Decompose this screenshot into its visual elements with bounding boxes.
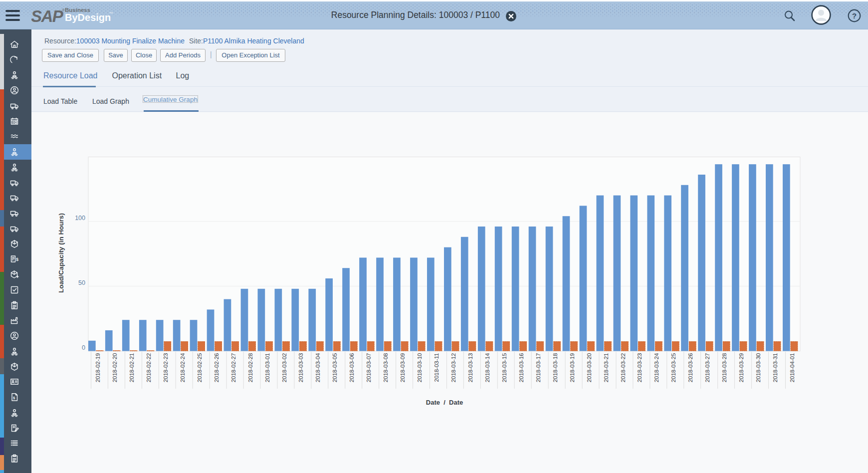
svg-text:100: 100 bbox=[75, 215, 85, 222]
svg-text:2018-02-27: 2018-02-27 bbox=[230, 353, 236, 383]
svg-text:2018-03-24: 2018-03-24 bbox=[653, 353, 659, 382]
svg-text:2018-03-04: 2018-03-04 bbox=[315, 353, 321, 382]
svg-text:2018-02-26: 2018-02-26 bbox=[214, 353, 219, 383]
svg-text:2018-03-06: 2018-03-06 bbox=[349, 353, 355, 383]
svg-text:2018-02-22: 2018-02-22 bbox=[146, 353, 152, 383]
svg-text:2018-03-11: 2018-03-11 bbox=[434, 353, 439, 382]
svg-text:2018-04-01: 2018-04-01 bbox=[789, 353, 795, 383]
svg-text:2018-02-20: 2018-02-20 bbox=[112, 353, 118, 383]
svg-text:2018-02-28: 2018-02-28 bbox=[247, 353, 253, 383]
svg-text:2018-03-21: 2018-03-21 bbox=[603, 353, 609, 383]
svg-text:2018-02-21: 2018-02-21 bbox=[129, 353, 135, 383]
svg-text:2018-03-18: 2018-03-18 bbox=[552, 353, 558, 383]
svg-text:2018-03-03: 2018-03-03 bbox=[298, 353, 304, 383]
svg-text:2018-02-23: 2018-02-23 bbox=[163, 353, 169, 383]
svg-text:2018-03-14: 2018-03-14 bbox=[484, 353, 490, 382]
svg-text:2018-03-09: 2018-03-09 bbox=[400, 353, 406, 383]
svg-text:2018-03-02: 2018-03-02 bbox=[281, 353, 287, 383]
svg-text:2018-03-31: 2018-03-31 bbox=[772, 353, 778, 383]
svg-text:2018-03-19: 2018-03-19 bbox=[569, 353, 575, 383]
svg-text:2018-03-25: 2018-03-25 bbox=[670, 353, 676, 383]
svg-text:2018-03-10: 2018-03-10 bbox=[417, 353, 423, 383]
svg-text:50: 50 bbox=[78, 279, 85, 286]
svg-text:2018-03-12: 2018-03-12 bbox=[450, 353, 456, 383]
svg-text:Date / Date: Date / Date bbox=[426, 399, 463, 406]
svg-text:2018-03-15: 2018-03-15 bbox=[501, 353, 507, 383]
svg-text:2018-03-20: 2018-03-20 bbox=[586, 353, 592, 383]
svg-text:2018-03-22: 2018-03-22 bbox=[620, 353, 626, 383]
svg-text:2018-02-19: 2018-02-19 bbox=[95, 353, 101, 383]
svg-text:2018-03-08: 2018-03-08 bbox=[383, 353, 389, 383]
svg-text:0: 0 bbox=[82, 344, 85, 351]
svg-text:2018-03-07: 2018-03-07 bbox=[366, 353, 372, 383]
svg-text:2018-03-30: 2018-03-30 bbox=[755, 353, 761, 383]
svg-text:2018-03-26: 2018-03-26 bbox=[687, 353, 693, 383]
svg-text:2018-03-05: 2018-03-05 bbox=[332, 353, 338, 383]
svg-text:2018-03-27: 2018-03-27 bbox=[704, 353, 710, 383]
svg-text:Load/Capacity (in Hours): Load/Capacity (in Hours) bbox=[57, 213, 65, 293]
svg-text:2018-03-13: 2018-03-13 bbox=[467, 353, 473, 383]
svg-text:2018-02-25: 2018-02-25 bbox=[197, 353, 203, 383]
svg-text:2018-03-01: 2018-03-01 bbox=[264, 353, 270, 383]
svg-text:2018-03-28: 2018-03-28 bbox=[721, 353, 727, 383]
svg-text:2018-02-24: 2018-02-24 bbox=[180, 353, 186, 382]
svg-text:2018-03-17: 2018-03-17 bbox=[535, 353, 541, 383]
svg-text:2018-03-29: 2018-03-29 bbox=[738, 353, 744, 383]
svg-text:2018-03-16: 2018-03-16 bbox=[518, 353, 524, 383]
svg-text:2018-03-23: 2018-03-23 bbox=[637, 353, 643, 383]
